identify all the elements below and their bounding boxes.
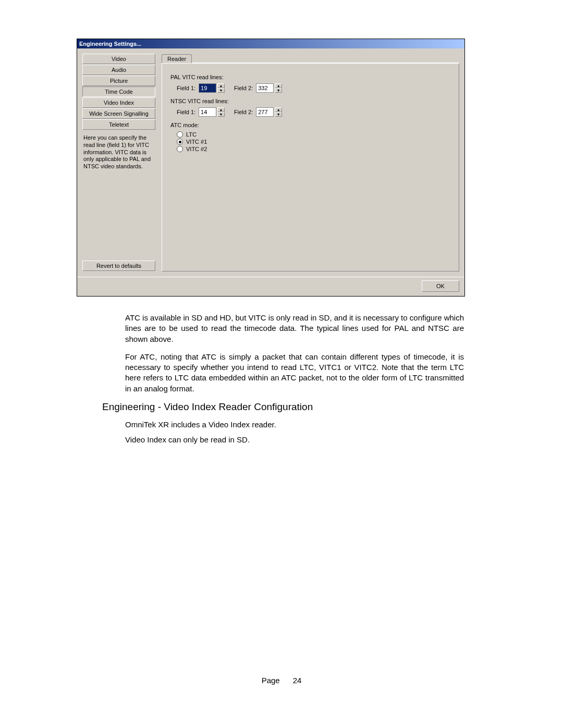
atc-radio-vitc1[interactable]: VITC #1 — [177, 139, 450, 145]
paragraph-3: OmniTek XR includes a Video Index reader… — [125, 419, 464, 431]
pal-vitc-label: PAL VITC read lines: — [170, 74, 450, 80]
body-text-2: OmniTek XR includes a Video Index reader… — [125, 419, 464, 449]
sidebar-item-audio[interactable]: Audio — [82, 65, 155, 75]
paragraph-2: For ATC, noting that ATC is simply a pac… — [125, 352, 464, 394]
sidebar-item-video[interactable]: Video — [82, 54, 155, 64]
engineering-settings-dialog: Engineering Settings... Video Audio Pict… — [77, 39, 465, 297]
spin-up-icon[interactable]: ▲ — [275, 107, 282, 112]
sidebar: Video Audio Picture Time Code Video Inde… — [82, 54, 155, 272]
ntsc-field1-input[interactable] — [199, 107, 216, 117]
spin-down-icon[interactable]: ▼ — [275, 112, 282, 117]
sidebar-help-text: Here you can specify the read line (fiel… — [82, 134, 155, 170]
ntsc-field1-label: Field 1: — [177, 109, 195, 115]
reader-panel: PAL VITC read lines: Field 1: ▲ ▼ Field … — [162, 63, 459, 272]
spin-down-icon[interactable]: ▼ — [217, 88, 225, 93]
atc-mode-label: ATC mode: — [170, 122, 450, 128]
paragraph-1: ATC is available in SD and HD, but VITC … — [125, 313, 464, 344]
radio-icon — [177, 139, 183, 145]
pal-field2-input[interactable] — [256, 83, 274, 93]
atc-radio-vitc2[interactable]: VITC #2 — [177, 146, 450, 152]
body-text: ATC is available in SD and HD, but VITC … — [125, 313, 464, 401]
pal-field2-label: Field 2: — [234, 85, 253, 91]
tab-strip: Reader — [162, 54, 459, 63]
radio-icon — [177, 146, 183, 152]
sidebar-item-timecode[interactable]: Time Code — [82, 87, 155, 97]
spin-up-icon[interactable]: ▲ — [217, 107, 225, 112]
spin-down-icon[interactable]: ▼ — [217, 112, 225, 117]
pal-field1-input[interactable] — [199, 83, 216, 93]
dialog-title: Engineering Settings... — [79, 41, 141, 47]
sidebar-item-teletext[interactable]: Teletext — [82, 119, 155, 130]
ntsc-field2-input[interactable] — [256, 107, 274, 117]
pal-field1-label: Field 1: — [177, 85, 195, 91]
ok-button[interactable]: OK — [422, 280, 459, 292]
page-number: Page 24 — [0, 676, 563, 685]
revert-to-defaults-button[interactable]: Revert to defaults — [82, 261, 155, 271]
spin-down-icon[interactable]: ▼ — [275, 88, 282, 93]
ntsc-field2-label: Field 2: — [234, 109, 253, 115]
ntsc-field1-spinner: ▲ ▼ — [199, 107, 225, 117]
paragraph-4: Video Index can only be read in SD. — [125, 434, 464, 446]
dialog-title-bar: Engineering Settings... — [77, 39, 464, 48]
spin-up-icon[interactable]: ▲ — [275, 83, 282, 88]
sidebar-item-video-index[interactable]: Video Index — [82, 97, 155, 108]
ntsc-vitc-label: NTSC VITC read lines: — [170, 98, 450, 104]
pal-field2-spinner: ▲ ▼ — [256, 83, 282, 93]
tab-reader[interactable]: Reader — [162, 54, 192, 63]
spin-up-icon[interactable]: ▲ — [217, 83, 225, 88]
radio-icon — [177, 131, 183, 138]
pal-field1-spinner: ▲ ▼ — [199, 83, 225, 93]
section-heading: Engineering - Video Index Reader Configu… — [102, 401, 313, 413]
atc-radio-ltc[interactable]: LTC — [177, 131, 450, 138]
ntsc-field2-spinner: ▲ ▼ — [256, 107, 282, 117]
sidebar-item-picture[interactable]: Picture — [82, 76, 155, 86]
sidebar-item-wss[interactable]: Wide Screen Signalling — [82, 108, 155, 119]
